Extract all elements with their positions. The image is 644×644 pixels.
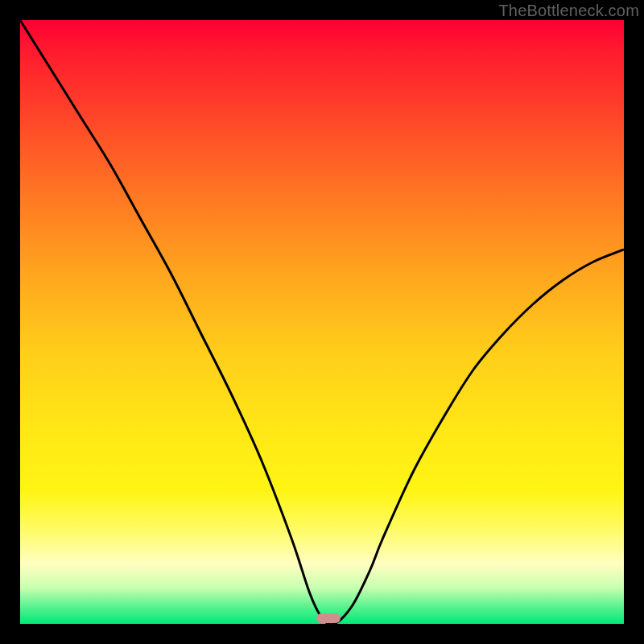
bottleneck-chart: TheBottleneck.com [0,0,644,644]
watermark-text: TheBottleneck.com [498,2,639,20]
bottleneck-curve [20,20,624,624]
plot-area [20,20,624,624]
optimal-marker [316,613,341,623]
